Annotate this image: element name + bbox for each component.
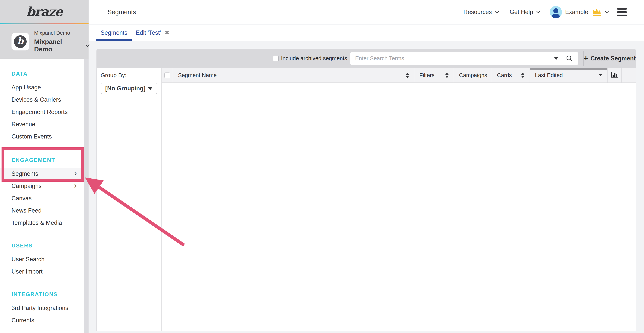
workspace-switcher[interactable]: b Mixpanel Demo Mixpanel Demo [0,24,88,59]
sidebar-item-engagement-reports[interactable]: Engagement Reports [0,106,84,118]
sidebar-divider [6,283,79,283]
workspace-avatar-letter: b [14,35,27,48]
sidebar-item-templates-media[interactable]: Templates & Media [0,217,84,229]
sort-icon [521,73,524,78]
chevron-down-icon [495,10,499,13]
page-title: Segments [108,9,136,16]
workspace-avatar: b [12,33,29,51]
select-all-checkbox-cell [162,68,173,83]
sidebar-nav: DATA App Usage Devices & Carriers Engage… [0,59,84,333]
chevron-right-icon: › [74,181,77,190]
sidebar-item-user-search[interactable]: User Search [0,253,84,265]
column-header-analytics[interactable] [608,68,622,83]
column-header-cards[interactable]: Cards [492,68,530,83]
segments-panel: Include archived segments + Create Segme… [96,49,636,331]
crown-icon [592,8,602,16]
dropdown-caret-icon [148,87,153,90]
column-header-campaigns[interactable]: Campaigns [454,68,492,83]
create-segment-button[interactable]: + Create Segment [584,55,636,62]
column-header-last-edited[interactable]: Last Edited [530,68,608,83]
search-box [350,52,578,65]
user-avatar [550,6,562,18]
segments-toolbar: Include archived segments + Create Segme… [96,49,636,68]
sort-icon [445,73,449,78]
search-icon[interactable] [566,55,573,62]
plus-icon: + [584,54,588,62]
sidebar-item-user-import[interactable]: User Import [0,265,84,278]
sidebar-section-data: DATA [0,68,84,80]
tab-edit-test[interactable]: Edit 'Test' ✖ [132,25,174,41]
chevron-down-icon [86,43,90,47]
chevron-down-icon [537,10,540,13]
select-all-checkbox[interactable] [164,73,170,78]
user-menu[interactable]: Example [550,6,608,18]
tab-segments[interactable]: Segments [96,25,132,41]
sort-icon [406,73,409,78]
braze-logo: braze [26,4,62,19]
sidebar-item-campaigns[interactable]: Campaigns › [0,180,84,192]
get-help-menu[interactable]: Get Help [510,9,539,16]
sidebar-section-users: USERS [0,239,84,252]
search-input[interactable] [350,52,578,65]
sidebar-item-app-usage[interactable]: App Usage [0,81,84,94]
sidebar-item-devices-carriers[interactable]: Devices & Carriers [0,94,84,106]
sidebar-section-engagement: ENGAGEMENT [0,154,84,166]
chevron-down-icon [605,10,608,13]
tabbar: Segments Edit 'Test' ✖ [88,25,644,41]
include-archived-checkbox[interactable] [273,56,279,61]
group-by-panel: Group By: [No Grouping] [96,68,162,331]
hamburger-menu-icon[interactable] [617,8,627,16]
sidebar-item-currents[interactable]: Currents [0,314,84,326]
bar-chart-icon [611,71,618,79]
sidebar-item-segments[interactable]: Segments › [0,168,84,180]
sort-desc-icon [599,74,602,76]
column-header-spacer [622,68,636,83]
sidebar-item-canvas[interactable]: Canvas [0,192,84,204]
column-header-filters[interactable]: Filters [414,68,454,83]
sidebar-item-3rd-party-integrations[interactable]: 3rd Party Integrations [0,302,84,314]
group-by-select[interactable]: [No Grouping] [100,83,157,94]
sidebar-item-custom-events[interactable]: Custom Events [0,130,84,143]
topbar: Segments Resources Get Help Example [88,0,644,24]
workspace-name-dropdown[interactable]: Mixpanel Demo [34,38,88,53]
sidebar-item-news-feed[interactable]: News Feed [0,204,84,217]
search-dropdown-caret-icon[interactable] [554,57,558,60]
column-header-segment-name[interactable]: Segment Name [173,68,414,83]
sidebar-section-integrations: INTEGRATIONS [0,288,84,300]
user-name: Example [565,9,588,16]
sidebar-header: braze [0,0,88,23]
sidebar-divider [6,234,79,234]
braze-dashboard: braze b Mixpanel Demo Mixpanel Demo DATA… [0,0,644,333]
include-archived-label: Include archived segments [281,55,347,62]
sidebar-scrollbar[interactable] [84,59,88,333]
group-by-label: Group By: [100,72,162,79]
workspace-app-label: Mixpanel Demo [34,30,88,36]
workspace-name: Mixpanel Demo [34,38,81,53]
segments-table-header: Segment Name Filters Campaigns Cards Las… [162,68,636,83]
close-icon[interactable]: ✖ [165,30,169,36]
sidebar-item-revenue[interactable]: Revenue [0,118,84,130]
active-sort-indicator [530,68,607,70]
resources-menu[interactable]: Resources [464,9,498,16]
chevron-right-icon: › [74,169,77,177]
sidebar: braze b Mixpanel Demo Mixpanel Demo DATA… [0,0,88,333]
